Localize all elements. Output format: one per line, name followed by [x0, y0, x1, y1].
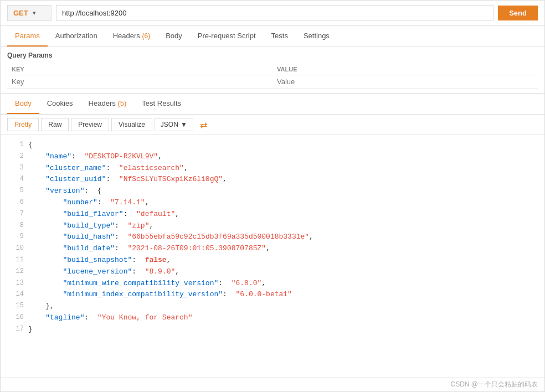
- json-line-13: 13 "minimum_wire_compatibility_version":…: [7, 278, 538, 290]
- response-tab-body[interactable]: Body: [7, 94, 39, 114]
- json-line-14: 14 "minimum_index_compatibility_version"…: [7, 289, 538, 301]
- response-toolbar: Pretty Raw Preview Visualize JSON ▼ ⇄: [1, 115, 544, 135]
- response-tab-headers[interactable]: Headers (5): [81, 94, 135, 114]
- key-header: KEY: [7, 64, 272, 75]
- json-line-7: 7 "build_flavor": "default",: [7, 209, 538, 220]
- json-line-17: 17 }: [7, 324, 538, 336]
- watermark: CSDN @一个只会粘贴的码农: [1, 377, 544, 391]
- table-row: [7, 75, 538, 89]
- value-header: VALUE: [272, 64, 538, 75]
- chevron-down-icon: ▼: [181, 121, 187, 128]
- send-button[interactable]: Send: [498, 6, 538, 20]
- method-label: GET: [13, 9, 28, 17]
- chevron-down-icon: ▼: [32, 10, 37, 16]
- json-line-1: 1 {: [7, 140, 538, 151]
- tab-headers[interactable]: Headers (6): [105, 26, 158, 47]
- value-input[interactable]: [277, 78, 533, 86]
- tab-body[interactable]: Body: [158, 26, 190, 47]
- json-line-4: 4 "cluster_uuid": "NfScSLYuTSCxp1Kz6li0g…: [7, 174, 538, 185]
- format-select[interactable]: JSON ▼: [155, 118, 193, 131]
- tab-prerequest[interactable]: Pre-request Script: [190, 26, 264, 47]
- response-tab-cookies[interactable]: Cookies: [39, 94, 81, 114]
- request-bar: GET ▼ Send: [1, 1, 544, 26]
- json-line-16: 16 "tagline": "You Know, for Search": [7, 312, 538, 324]
- response-section: Body Cookies Headers (5) Test Results Pr…: [1, 94, 544, 377]
- json-line-8: 8 "build_type": "zip",: [7, 220, 538, 232]
- json-line-11: 11 "build_snapshot": false,: [7, 255, 538, 266]
- json-line-6: 6 "number": "7.14.1",: [7, 197, 538, 209]
- json-line-15: 15 },: [7, 301, 538, 312]
- json-line-5: 5 "version": {: [7, 185, 538, 197]
- url-input[interactable]: [56, 5, 493, 21]
- key-input[interactable]: [12, 78, 268, 86]
- response-tabs: Body Cookies Headers (5) Test Results: [1, 94, 544, 115]
- tab-params[interactable]: Params: [7, 26, 48, 47]
- visualize-button[interactable]: Visualize: [111, 118, 152, 131]
- params-table: KEY VALUE: [7, 64, 538, 89]
- wrap-icon[interactable]: ⇄: [200, 120, 207, 130]
- json-line-9: 9 "build_hash": "66b55ebfa59c92c15db3f69…: [7, 231, 538, 243]
- app-container: GET ▼ Send Params Authorization Headers …: [0, 0, 545, 392]
- json-viewer: 1 { 2 "name": "DESKTOP-R2KVL9V", 3 "clus…: [1, 135, 544, 377]
- preview-button[interactable]: Preview: [71, 118, 109, 131]
- method-select[interactable]: GET ▼: [7, 5, 52, 21]
- raw-button[interactable]: Raw: [41, 118, 69, 131]
- json-line-12: 12 "lucene_version": "8.9.0",: [7, 266, 538, 278]
- json-line-2: 2 "name": "DESKTOP-R2KVL9V",: [7, 151, 538, 163]
- json-line-3: 3 "cluster_name": "elasticsearch",: [7, 163, 538, 174]
- query-params-section: Query Params KEY VALUE: [1, 47, 544, 94]
- request-tabs: Params Authorization Headers (6) Body Pr…: [1, 26, 544, 47]
- query-params-title: Query Params: [7, 51, 538, 59]
- pretty-button[interactable]: Pretty: [7, 118, 39, 131]
- json-line-10: 10 "build_date": "2021-08-26T09:01:05.39…: [7, 243, 538, 255]
- tab-tests[interactable]: Tests: [264, 26, 296, 47]
- tab-authorization[interactable]: Authorization: [48, 26, 105, 47]
- tab-settings[interactable]: Settings: [296, 26, 337, 47]
- response-tab-test-results[interactable]: Test Results: [134, 94, 189, 114]
